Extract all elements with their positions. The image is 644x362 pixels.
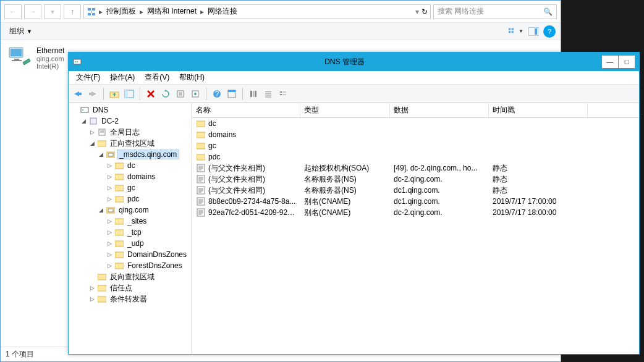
expand-icon[interactable]: ▷ bbox=[106, 162, 113, 169]
tree-pane[interactable]: DNS ◢DC-2 ▷全局日志 ◢正向查找区域 ◢_msdcs.qing.com… bbox=[69, 103, 192, 354]
refresh-button[interactable] bbox=[159, 87, 172, 101]
expand-icon[interactable]: ▷ bbox=[106, 217, 113, 225]
tree-reverse-zones[interactable]: 反向查找区域 bbox=[87, 271, 190, 282]
address-dropdown-icon[interactable]: ▾ bbox=[415, 7, 419, 16]
svg-rect-51 bbox=[115, 252, 124, 258]
search-input[interactable]: 搜索 网络连接 🔍 bbox=[433, 4, 557, 19]
view-button[interactable]: ▼ bbox=[509, 25, 523, 38]
expand-icon[interactable]: ▷ bbox=[106, 195, 113, 203]
expand-icon[interactable]: ▷ bbox=[88, 284, 96, 292]
tree-folder-forestdnszones[interactable]: ▷ForestDnsZones bbox=[104, 260, 190, 271]
tree-folder-tcp[interactable]: ▷_tcp bbox=[104, 227, 190, 238]
cell-name: pdc bbox=[208, 153, 220, 161]
list-row[interactable]: (与父文件夹相同)名称服务器(NS)dc1.qing.com.静态 bbox=[192, 185, 639, 196]
svg-rect-2 bbox=[88, 13, 91, 15]
column-header-name[interactable]: 名称 bbox=[192, 103, 300, 117]
svg-rect-64 bbox=[197, 209, 205, 216]
tree-folder-udp[interactable]: ▷_udp bbox=[104, 238, 190, 249]
svg-rect-34 bbox=[282, 94, 286, 95]
svg-rect-33 bbox=[280, 94, 282, 95]
expand-icon[interactable]: ▷ bbox=[106, 173, 113, 180]
recent-button[interactable]: ▾ bbox=[44, 4, 61, 19]
expand-icon[interactable]: ▷ bbox=[106, 229, 113, 236]
address-bar[interactable]: ▸ 控制面板 ▸ 网络和 Internet ▸ 网络连接 ▾ ↻ bbox=[83, 4, 431, 19]
search-icon[interactable]: 🔍 bbox=[543, 7, 553, 16]
help-button[interactable]: ? bbox=[543, 25, 556, 38]
tree-msdcs-zone[interactable]: ◢_msdcs.qing.com bbox=[96, 149, 190, 160]
expand-icon[interactable]: ▷ bbox=[106, 184, 113, 192]
collapse-icon[interactable]: ◢ bbox=[88, 140, 96, 147]
view-list-button[interactable] bbox=[261, 87, 275, 101]
filter-button[interactable] bbox=[247, 87, 260, 101]
breadcrumb-item[interactable]: 网络连接 bbox=[206, 6, 239, 17]
menu-help[interactable]: 帮助(H) bbox=[174, 71, 210, 84]
help-button[interactable]: ? bbox=[210, 87, 224, 101]
menu-file[interactable]: 文件(F) bbox=[71, 71, 105, 84]
export-button[interactable] bbox=[174, 87, 187, 101]
tree-conditional-forwarders[interactable]: ▷条件转发器 bbox=[87, 293, 190, 305]
network-adapter-item[interactable]: Ethernet qing.com Intel(R) bbox=[1, 40, 62, 347]
dns-titlebar[interactable]: DNS 管理器 — □ bbox=[69, 53, 639, 71]
tree-qing-zone[interactable]: ◢qing.com bbox=[96, 204, 190, 216]
tree-trust-points[interactable]: ▷信任点 bbox=[87, 282, 190, 293]
forward-button[interactable]: → bbox=[24, 4, 41, 19]
tree-folder-domains[interactable]: ▷domains bbox=[104, 171, 190, 182]
expand-icon[interactable]: ▷ bbox=[88, 295, 96, 303]
list-row[interactable]: (与父文件夹相同)名称服务器(NS)dc-2.qing.com.静态 bbox=[192, 174, 639, 185]
column-header-data[interactable]: 数据 bbox=[390, 103, 489, 117]
maximize-button[interactable]: □ bbox=[618, 55, 635, 69]
tree-folder-domaindnszones[interactable]: ▷DomainDnsZones bbox=[104, 249, 190, 260]
up-button[interactable]: ↑ bbox=[64, 4, 81, 19]
tree-folder-dc[interactable]: ▷dc bbox=[104, 160, 190, 171]
collapse-icon[interactable]: ◢ bbox=[97, 151, 104, 158]
folder-icon bbox=[196, 119, 206, 128]
list-row[interactable]: gc bbox=[192, 140, 639, 151]
list-row[interactable]: pdc bbox=[192, 151, 639, 162]
list-row[interactable]: (与父文件夹相同)起始授权机构(SOA)[49], dc-2.qing.com.… bbox=[192, 162, 639, 174]
collapse-icon[interactable]: ◢ bbox=[80, 117, 87, 125]
new-window-button[interactable] bbox=[225, 87, 239, 101]
tree-folder-sites[interactable]: ▷_sites bbox=[104, 216, 190, 227]
preview-pane-button[interactable] bbox=[526, 25, 541, 38]
tree-folder-gc[interactable]: ▷gc bbox=[104, 182, 190, 193]
tree-forward-zones[interactable]: ◢正向查找区域 bbox=[87, 138, 190, 149]
expand-icon[interactable]: ▷ bbox=[88, 128, 96, 136]
list-row[interactable]: dc bbox=[192, 118, 639, 129]
refresh-icon[interactable]: ↻ bbox=[422, 7, 428, 16]
list-row[interactable]: 8b8ec0b9-2734-4a75-8a...别名(CNAME)dc1.qin… bbox=[192, 196, 639, 207]
expand-icon[interactable]: ▷ bbox=[106, 251, 113, 258]
expand-icon[interactable]: ▷ bbox=[106, 262, 113, 269]
organize-button[interactable]: 组织 ▼ bbox=[6, 25, 36, 38]
tree-global-log[interactable]: ▷全局日志 bbox=[87, 127, 190, 138]
properties-button[interactable] bbox=[189, 87, 202, 101]
folder-icon bbox=[97, 284, 107, 292]
tree-root-dns[interactable]: DNS bbox=[70, 104, 190, 116]
minimize-button[interactable]: — bbox=[601, 55, 619, 69]
delete-button[interactable] bbox=[144, 87, 158, 101]
collapse-icon[interactable]: ◢ bbox=[97, 206, 104, 214]
cell-name: (与父文件夹相同) bbox=[208, 164, 265, 172]
breadcrumb-item[interactable]: 控制面板 bbox=[105, 6, 137, 17]
svg-rect-3 bbox=[92, 13, 95, 15]
show-hide-button[interactable] bbox=[122, 87, 136, 101]
tree-server[interactable]: ◢DC-2 bbox=[78, 116, 190, 127]
list-row[interactable]: domains bbox=[192, 129, 639, 140]
breadcrumb-item[interactable]: 网络和 Internet bbox=[146, 6, 198, 17]
svg-rect-1 bbox=[92, 8, 95, 11]
back-button[interactable]: ← bbox=[4, 4, 22, 19]
view-detail-button[interactable] bbox=[276, 87, 290, 101]
svg-rect-52 bbox=[115, 263, 124, 269]
column-header-timestamp[interactable]: 时间戳 bbox=[489, 103, 588, 117]
menu-view[interactable]: 查看(V) bbox=[140, 71, 174, 84]
list-pane[interactable]: 名称 类型 数据 时间戳 dcdomainsgcpdc(与父文件夹相同)起始授权… bbox=[192, 103, 639, 354]
expand-icon[interactable]: ▷ bbox=[106, 240, 113, 247]
menu-action[interactable]: 操作(A) bbox=[105, 71, 140, 84]
svg-rect-63 bbox=[197, 198, 205, 205]
folder-icon bbox=[114, 228, 124, 237]
tree-folder-pdc[interactable]: ▷pdc bbox=[104, 193, 190, 204]
list-row[interactable]: 92ea7fc2-d051-4209-925...别名(CNAME)dc-2.q… bbox=[192, 207, 639, 218]
up-level-button[interactable] bbox=[108, 87, 121, 101]
column-header-type[interactable]: 类型 bbox=[300, 103, 390, 117]
forward-button[interactable] bbox=[86, 87, 100, 101]
back-button[interactable] bbox=[71, 87, 85, 101]
